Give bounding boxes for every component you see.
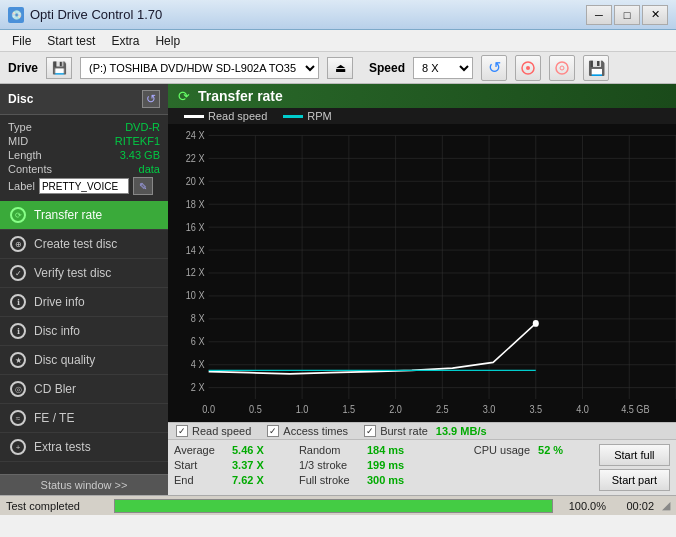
svg-text:20 X: 20 X xyxy=(186,175,205,187)
svg-text:4.5 GB: 4.5 GB xyxy=(621,403,649,415)
extra-tests-icon: + xyxy=(10,439,26,455)
start-label: Start xyxy=(174,459,224,471)
menu-file[interactable]: File xyxy=(4,32,39,50)
close-button[interactable]: ✕ xyxy=(642,5,668,25)
label-input[interactable] xyxy=(39,178,129,194)
svg-text:6 X: 6 X xyxy=(191,336,205,348)
svg-text:24 X: 24 X xyxy=(186,129,205,141)
stats-area: Average 5.46 X Start 3.37 X End 7.62 X R… xyxy=(168,439,676,495)
chart-header: ⟳ Transfer rate xyxy=(168,84,676,108)
average-label: Average xyxy=(174,444,224,456)
legend-rpm: RPM xyxy=(283,110,331,122)
svg-text:14 X: 14 X xyxy=(186,244,205,256)
save-button[interactable]: 💾 xyxy=(583,55,609,81)
eject-button[interactable]: ⏏ xyxy=(327,57,353,79)
random-label: Random xyxy=(299,444,359,456)
nav-create-test-disc[interactable]: ⊕ Create test disc xyxy=(0,230,168,259)
nav-extra-tests[interactable]: + Extra tests xyxy=(0,433,168,462)
nav-verify-test-disc[interactable]: ✓ Verify test disc xyxy=(0,259,168,288)
sidebar: Disc ↺ Type DVD-R MID RITEKF1 Length 3.4… xyxy=(0,84,168,495)
random-value: 184 ms xyxy=(367,444,412,456)
full-stroke-value: 300 ms xyxy=(367,474,412,486)
nav-label-create-test-disc: Create test disc xyxy=(34,237,117,251)
nav-label-disc-info: Disc info xyxy=(34,324,80,338)
drive-label: Drive xyxy=(8,61,38,75)
progress-bar-container xyxy=(114,499,553,513)
nav-transfer-rate[interactable]: ⟳ Transfer rate xyxy=(0,201,168,230)
label-edit-button[interactable]: ✎ xyxy=(133,177,153,195)
speed-select[interactable]: 8 X Max 4 X 6 X 12 X xyxy=(413,57,473,79)
disc-section-header: Disc ↺ xyxy=(0,84,168,115)
svg-text:3.0: 3.0 xyxy=(483,403,496,415)
menu-help[interactable]: Help xyxy=(147,32,188,50)
nav-disc-quality[interactable]: ★ Disc quality xyxy=(0,346,168,375)
status-text: Test completed xyxy=(6,500,106,512)
stats-buttons: Start full Start part xyxy=(599,444,670,491)
read-speed-checkbox-item[interactable]: ✓ Read speed xyxy=(176,425,251,437)
svg-text:2 X: 2 X xyxy=(191,382,205,394)
menu-start-test[interactable]: Start test xyxy=(39,32,103,50)
svg-text:4.0: 4.0 xyxy=(576,403,589,415)
read-speed-legend-label: Read speed xyxy=(208,110,267,122)
progress-bar xyxy=(115,500,552,512)
title-bar: 💿 Opti Drive Control 1.70 ─ □ ✕ xyxy=(0,0,676,30)
status-window-button[interactable]: Status window >> xyxy=(0,474,168,495)
window-controls: ─ □ ✕ xyxy=(586,5,668,25)
speed-label: Speed xyxy=(369,61,405,75)
read-speed-checkbox-label: Read speed xyxy=(192,425,251,437)
svg-point-1 xyxy=(526,66,530,70)
access-times-checkbox[interactable]: ✓ xyxy=(267,425,279,437)
svg-point-2 xyxy=(556,62,568,74)
disc-info-panel: Type DVD-R MID RITEKF1 Length 3.43 GB Co… xyxy=(0,115,168,201)
svg-text:16 X: 16 X xyxy=(186,221,205,233)
rpm-legend-label: RPM xyxy=(307,110,331,122)
resize-corner[interactable]: ◢ xyxy=(662,499,670,512)
burst-rate-checkbox-item[interactable]: ✓ Burst rate 13.9 MB/s xyxy=(364,425,486,437)
svg-text:3.5: 3.5 xyxy=(529,403,542,415)
verify-test-disc-icon: ✓ xyxy=(10,265,26,281)
disc-info-icon: ℹ xyxy=(10,323,26,339)
elapsed-time: 00:02 xyxy=(614,500,654,512)
burst-rate-checkbox[interactable]: ✓ xyxy=(364,425,376,437)
full-stroke-label: Full stroke xyxy=(299,474,359,486)
disc-refresh-button[interactable]: ↺ xyxy=(142,90,160,108)
right-panel: ⟳ Transfer rate Read speed RPM xyxy=(168,84,676,495)
write-disc-button[interactable] xyxy=(549,55,575,81)
nav-label-verify-test-disc: Verify test disc xyxy=(34,266,111,280)
svg-text:1.5: 1.5 xyxy=(342,403,355,415)
svg-text:0.0: 0.0 xyxy=(202,403,215,415)
nav-fe-te[interactable]: ≈ FE / TE xyxy=(0,404,168,433)
drive-icon: 💾 xyxy=(46,57,72,79)
drive-select[interactable]: (P:) TOSHIBA DVD/HDW SD-L902A TO35 xyxy=(80,57,319,79)
contents-label: Contents xyxy=(8,163,52,175)
cd-bler-icon: ◎ xyxy=(10,381,26,397)
nav-disc-info[interactable]: ℹ Disc info xyxy=(0,317,168,346)
access-times-checkbox-label: Access times xyxy=(283,425,348,437)
refresh-button[interactable]: ↺ xyxy=(481,55,507,81)
chart-legend: Read speed RPM xyxy=(168,108,676,124)
main-content: Disc ↺ Type DVD-R MID RITEKF1 Length 3.4… xyxy=(0,84,676,495)
chart-area[interactable]: 24 X 22 X 20 X 18 X 16 X 14 X 12 X 10 X … xyxy=(168,124,676,422)
burst-rate-value: 13.9 MB/s xyxy=(436,425,487,437)
nav-cd-bler[interactable]: ◎ CD Bler xyxy=(0,375,168,404)
type-label: Type xyxy=(8,121,32,133)
nav-drive-info[interactable]: ℹ Drive info xyxy=(0,288,168,317)
menu-bar: File Start test Extra Help xyxy=(0,30,676,52)
cpu-label: CPU usage xyxy=(474,444,530,456)
minimize-button[interactable]: ─ xyxy=(586,5,612,25)
legend-read-speed: Read speed xyxy=(184,110,267,122)
access-times-checkbox-item[interactable]: ✓ Access times xyxy=(267,425,348,437)
rpm-line xyxy=(283,115,303,118)
mid-label: MID xyxy=(8,135,28,147)
read-speed-checkbox[interactable]: ✓ xyxy=(176,425,188,437)
erase-disc-button[interactable] xyxy=(515,55,541,81)
nav-label-extra-tests: Extra tests xyxy=(34,440,91,454)
fe-te-icon: ≈ xyxy=(10,410,26,426)
start-part-button[interactable]: Start part xyxy=(599,469,670,491)
menu-extra[interactable]: Extra xyxy=(103,32,147,50)
start-full-button[interactable]: Start full xyxy=(599,444,670,466)
length-label: Length xyxy=(8,149,42,161)
maximize-button[interactable]: □ xyxy=(614,5,640,25)
burst-rate-checkbox-label: Burst rate xyxy=(380,425,428,437)
drive-info-icon: ℹ xyxy=(10,294,26,310)
